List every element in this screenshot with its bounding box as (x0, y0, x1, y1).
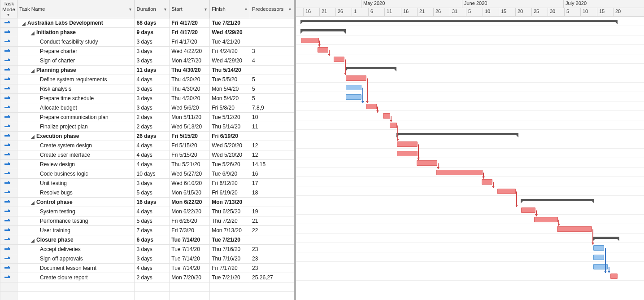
pred-cell[interactable] (250, 37, 294, 47)
table-row[interactable]: ◢Initiation phase9 daysFri 4/17/20Wed 4/… (0, 28, 294, 37)
dur-cell[interactable]: 5 days (135, 188, 170, 198)
dur-cell[interactable]: 11 days (135, 66, 170, 75)
dur-cell[interactable]: 2 days (135, 113, 170, 122)
summary-bar[interactable] (593, 237, 619, 239)
task-name-cell[interactable]: Performance testing (17, 216, 135, 226)
start-cell[interactable]: Fri 5/15/20 (170, 141, 210, 150)
table-row[interactable]: ◢Closure phase6 daysTue 7/14/20Tue 7/21/… (0, 235, 294, 245)
finish-cell[interactable]: Thu 6/25/20 (210, 207, 250, 216)
pred-cell[interactable] (250, 18, 294, 28)
start-cell[interactable]: Mon 7/20/20 (170, 273, 210, 282)
empty-cell[interactable] (250, 282, 294, 292)
finish-cell[interactable]: Tue 5/26/20 (210, 160, 250, 169)
pred-cell[interactable]: 5 (250, 94, 294, 103)
start-cell[interactable]: Mon 6/22/20 (170, 198, 210, 207)
dur-cell[interactable]: 2 days (135, 273, 170, 282)
finish-cell[interactable]: Thu 7/2/20 (210, 216, 250, 226)
table-row[interactable]: User training7 daysFri 7/3/20Mon 7/13/20… (0, 226, 294, 235)
finish-cell[interactable]: Fri 4/24/20 (210, 47, 250, 56)
task-name-cell[interactable]: Review design (17, 160, 135, 169)
finish-cell[interactable]: Mon 5/4/20 (210, 84, 250, 94)
task-bar[interactable] (557, 226, 592, 232)
table-row[interactable]: Sign of charter3 daysMon 4/27/20Wed 4/29… (0, 56, 294, 66)
table-row[interactable]: Create cloure report2 daysMon 7/20/20Tue… (0, 273, 294, 282)
empty-cell[interactable] (210, 292, 250, 300)
finish-cell[interactable]: Tue 5/12/20 (210, 113, 250, 122)
empty-cell[interactable] (135, 292, 170, 300)
start-cell[interactable]: Thu 4/30/20 (170, 94, 210, 103)
table-row[interactable]: System testing4 daysMon 6/22/20Thu 6/25/… (0, 207, 294, 216)
empty-cell[interactable] (250, 292, 294, 300)
table-row[interactable]: ◢Execution phase26 daysFri 5/15/20Fri 6/… (0, 132, 294, 141)
empty-cell[interactable] (17, 282, 135, 292)
start-cell[interactable]: Wed 6/10/20 (170, 179, 210, 188)
start-cell[interactable]: Thu 4/30/20 (170, 75, 210, 84)
finish-cell[interactable]: Mon 7/13/20 (210, 198, 250, 207)
col-duration[interactable]: Duration▾ (135, 0, 170, 18)
task-bar[interactable] (301, 38, 319, 43)
task-bar[interactable] (346, 75, 366, 81)
pred-cell[interactable]: 11 (250, 122, 294, 132)
task-name-cell[interactable]: Unit testing (17, 179, 135, 188)
finish-cell[interactable]: Wed 4/29/20 (210, 56, 250, 66)
dur-cell[interactable]: 3 days (135, 245, 170, 254)
start-cell[interactable]: Wed 5/27/20 (170, 169, 210, 179)
pred-cell[interactable]: 12 (250, 141, 294, 150)
pred-cell[interactable]: 7,8,9 (250, 103, 294, 113)
finish-cell[interactable]: Fri 5/8/20 (210, 103, 250, 113)
start-cell[interactable]: Mon 5/11/20 (170, 113, 210, 122)
summary-bar[interactable] (397, 133, 518, 135)
table-row[interactable]: Prepare charter3 daysWed 4/22/20Fri 4/24… (0, 47, 294, 56)
dur-cell[interactable]: 3 days (135, 179, 170, 188)
dur-cell[interactable]: 4 days (135, 141, 170, 150)
table-row[interactable]: Document lesson learnt4 daysTue 7/14/20F… (0, 264, 294, 273)
collapse-icon[interactable]: ◢ (31, 200, 35, 205)
finish-cell[interactable]: Tue 5/5/20 (210, 75, 250, 84)
start-cell[interactable]: Wed 5/13/20 (170, 122, 210, 132)
table-row[interactable]: Prepare communication plan2 daysMon 5/11… (0, 113, 294, 122)
pred-cell[interactable]: 19 (250, 207, 294, 216)
task-bar[interactable] (497, 189, 516, 194)
pred-cell[interactable]: 23 (250, 254, 294, 264)
summary-bar[interactable] (301, 29, 345, 31)
empty-cell[interactable] (170, 282, 210, 292)
start-cell[interactable]: Wed 5/6/20 (170, 103, 210, 113)
table-row[interactable]: Risk analysis3 daysThu 4/30/20Mon 5/4/20… (0, 84, 294, 94)
table-row[interactable]: Accept deliveries3 daysTue 7/14/20Thu 7/… (0, 245, 294, 254)
pred-cell[interactable]: 14,15 (250, 160, 294, 169)
start-cell[interactable]: Fri 5/15/20 (170, 132, 210, 141)
table-row[interactable]: Define system requirements4 daysThu 4/30… (0, 75, 294, 84)
start-cell[interactable]: Thu 4/30/20 (170, 66, 210, 75)
finish-cell[interactable]: Mon 7/13/20 (210, 226, 250, 235)
finish-cell[interactable]: Wed 5/20/20 (210, 141, 250, 150)
task-name-cell[interactable]: Resolve bugs (17, 188, 135, 198)
table-row[interactable]: ◢Planning phase11 daysThu 4/30/20Thu 5/1… (0, 66, 294, 75)
task-name-cell[interactable]: ◢Execution phase (17, 132, 135, 141)
task-name-cell[interactable]: ◢Planning phase (17, 66, 135, 75)
collapse-icon[interactable]: ◢ (31, 134, 35, 139)
pred-cell[interactable]: 25,26,27 (250, 273, 294, 282)
finish-cell[interactable]: Fri 6/12/20 (210, 179, 250, 188)
pred-cell[interactable] (250, 28, 294, 37)
dur-cell[interactable]: 3 days (135, 103, 170, 113)
start-cell[interactable]: Fri 4/17/20 (170, 37, 210, 47)
empty-cell[interactable] (210, 282, 250, 292)
table-row[interactable]: Create system design4 daysFri 5/15/20Wed… (0, 141, 294, 150)
task-name-cell[interactable]: ◢Closure phase (17, 235, 135, 245)
task-name-cell[interactable]: ◢Control phase (17, 198, 135, 207)
dur-cell[interactable]: 3 days (135, 254, 170, 264)
dur-cell[interactable]: 4 days (135, 75, 170, 84)
finish-cell[interactable]: Thu 5/14/20 (210, 66, 250, 75)
dur-cell[interactable]: 68 days (135, 18, 170, 28)
dur-cell[interactable]: 4 days (135, 264, 170, 273)
finish-cell[interactable]: Tue 7/21/20 (210, 273, 250, 282)
empty-cell[interactable] (170, 292, 210, 300)
finish-cell[interactable]: Tue 7/21/20 (210, 18, 250, 28)
dur-cell[interactable]: 2 days (135, 122, 170, 132)
dur-cell[interactable]: 3 days (135, 84, 170, 94)
finish-cell[interactable]: Fri 7/17/20 (210, 264, 250, 273)
task-name-cell[interactable]: Allocate budget (17, 103, 135, 113)
task-name-cell[interactable]: Prepare time schedule (17, 94, 135, 103)
dur-cell[interactable]: 6 days (135, 235, 170, 245)
table-row[interactable]: Unit testing3 daysWed 6/10/20Fri 6/12/20… (0, 179, 294, 188)
